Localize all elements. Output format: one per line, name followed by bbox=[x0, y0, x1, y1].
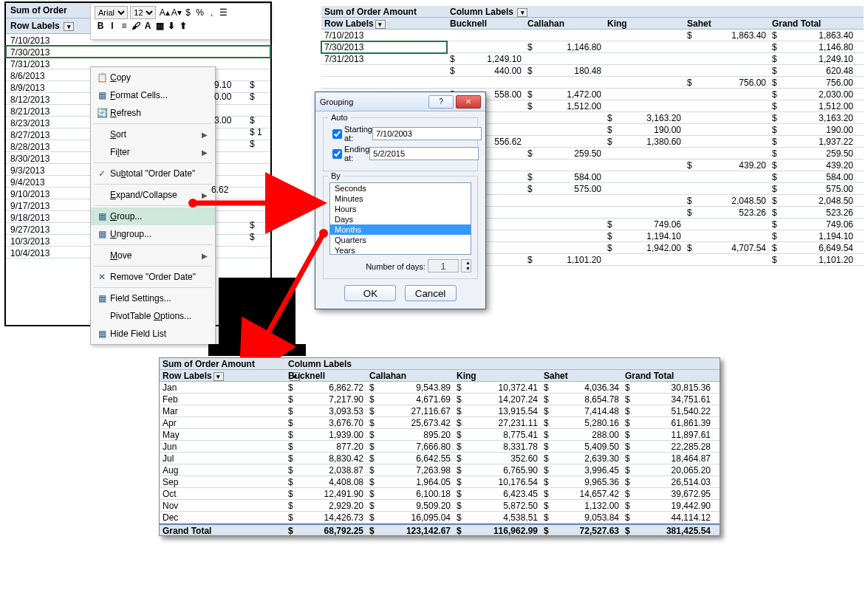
toolbar-icon[interactable]: ⬆ bbox=[177, 19, 189, 32]
context-menu[interactable]: 📋Copy▦Format Cells...🔄RefreshSort▶Filter… bbox=[90, 66, 216, 345]
filter-dropdown-icon[interactable]: ▾ bbox=[64, 22, 74, 31]
font-size-select[interactable]: 12 bbox=[130, 6, 156, 19]
grand-total-row: Grand Total68,792.25123,142.67116,962.99… bbox=[160, 524, 720, 535]
menu-item[interactable]: ▦Format Cells... bbox=[91, 86, 215, 104]
row-labels-header[interactable]: Row Labels▾ bbox=[321, 18, 447, 30]
mini-toolbar[interactable]: Arial 12 A▴A▾$%,☰ BI≡🖌A▦⬇⬆ bbox=[90, 3, 270, 40]
row-label bbox=[321, 65, 447, 77]
column-header[interactable]: Grand Total bbox=[769, 18, 856, 30]
help-button[interactable]: ? bbox=[428, 95, 454, 109]
sum-of-order-amount: Sum of Order Amount bbox=[321, 6, 447, 18]
menu-icon: ▦ bbox=[94, 293, 110, 303]
table-row[interactable]: Apr3,676.7025,673.4227,231.115,280.1661,… bbox=[160, 417, 720, 429]
starting-checkbox[interactable] bbox=[332, 129, 342, 139]
menu-item[interactable]: Sort▶ bbox=[91, 126, 215, 143]
toolbar-icon[interactable]: % bbox=[194, 6, 206, 19]
grand-total-cell: 72,527.63 bbox=[541, 525, 622, 537]
menu-item[interactable]: ▦Hide Field List bbox=[91, 325, 215, 343]
menu-item[interactable]: ✕Remove "Order Date" bbox=[91, 268, 215, 286]
grouping-dialog[interactable]: Grouping ? ✕ Auto Starting at: Ending at… bbox=[315, 92, 486, 309]
by-option[interactable]: Hours bbox=[330, 204, 471, 214]
by-listbox[interactable]: SecondsMinutesHoursDaysMonthsQuartersYea… bbox=[329, 182, 471, 255]
filter-dropdown-icon[interactable]: ▾ bbox=[213, 372, 224, 381]
toolbar-icon[interactable]: , bbox=[206, 6, 218, 19]
column-header[interactable]: Callahan bbox=[524, 18, 604, 30]
filter-dropdown-icon[interactable]: ▾ bbox=[375, 20, 386, 29]
table-row[interactable]: 756.00756.00 bbox=[321, 77, 864, 89]
toolbar-icon[interactable]: I bbox=[106, 19, 118, 32]
table-row[interactable]: Jul8,830.426,642.55352.602,639.3018,464.… bbox=[160, 453, 720, 464]
by-option[interactable]: Months bbox=[330, 224, 471, 235]
ending-input[interactable] bbox=[369, 147, 479, 160]
by-option[interactable]: Days bbox=[330, 214, 471, 224]
table-row[interactable]: Feb7,217.904,671.6914,207.248,654.7834,7… bbox=[160, 394, 720, 405]
toolbar-icon[interactable]: 🖌 bbox=[130, 19, 142, 32]
toolbar-icon[interactable]: A▾ bbox=[171, 6, 182, 19]
table-row[interactable]: Dec14,426.7316,095.044,538.519,053.8444,… bbox=[160, 512, 720, 524]
table-row[interactable]: 7/31/20131,249.101,249.10 bbox=[321, 53, 864, 65]
font-name-select[interactable]: Arial bbox=[95, 6, 128, 19]
column-header[interactable]: King bbox=[604, 18, 684, 30]
by-option[interactable]: Years bbox=[330, 245, 471, 255]
menu-label: PivotTable Options... bbox=[110, 311, 208, 321]
menu-item[interactable]: ✓Subtotal "Order Date" bbox=[91, 165, 215, 182]
table-row[interactable]: Nov2,929.209,509.205,872.501,132.0019,44… bbox=[160, 500, 720, 512]
table-row[interactable]: Jun877.207,666.808,331.785,409.5022,285.… bbox=[160, 441, 720, 453]
table-row[interactable]: May1,939.00895.208,775.41288.0011,897.61 bbox=[160, 429, 720, 441]
table-row[interactable]: 440.00180.48620.48 bbox=[321, 65, 864, 77]
menu-item[interactable]: PivotTable Options... bbox=[91, 307, 215, 325]
by-option[interactable]: Quarters bbox=[330, 235, 471, 245]
menu-label: Format Cells... bbox=[110, 90, 208, 100]
starting-input[interactable] bbox=[372, 127, 482, 140]
pivot-row[interactable]: 7/30/2013 bbox=[6, 46, 270, 58]
cell: 1,249.10 bbox=[447, 53, 524, 65]
toolbar-icon[interactable]: A bbox=[142, 19, 154, 32]
column-header[interactable]: Bucknell bbox=[285, 370, 366, 382]
toolbar-icon[interactable]: $ bbox=[182, 6, 194, 19]
table-row[interactable]: Jan6,862.729,543.8910,372.414,036.3430,8… bbox=[160, 382, 720, 394]
cancel-button[interactable]: Cancel bbox=[405, 285, 457, 301]
column-header[interactable]: Callahan bbox=[366, 370, 454, 382]
toolbar-icon[interactable]: ⬇ bbox=[165, 19, 177, 32]
cell: 180.48 bbox=[524, 65, 604, 77]
column-header[interactable]: Sahet bbox=[684, 18, 769, 30]
menu-item[interactable]: Move▶ bbox=[91, 247, 215, 264]
toolbar-icon[interactable]: ≡ bbox=[118, 19, 130, 32]
spinner-icon[interactable]: ▲▼ bbox=[461, 259, 471, 272]
ending-checkbox[interactable] bbox=[332, 149, 342, 159]
ok-button[interactable]: OK bbox=[344, 285, 396, 301]
cell: 5,409.50 bbox=[541, 441, 622, 453]
table-row[interactable]: 7/30/20131,146.801,146.80 bbox=[321, 41, 864, 53]
column-labels-header[interactable]: Column Labels ▾ bbox=[447, 6, 524, 18]
cell bbox=[524, 159, 604, 171]
menu-item[interactable]: 🔄Refresh bbox=[91, 104, 215, 122]
menu-item[interactable]: Expand/Collapse▶ bbox=[91, 186, 215, 204]
ndays-label: Number of days: bbox=[366, 262, 426, 271]
menu-item[interactable]: ▦Group... bbox=[91, 207, 215, 225]
by-option[interactable]: Minutes bbox=[330, 193, 471, 204]
column-header[interactable]: Bucknell bbox=[447, 18, 524, 30]
table-row[interactable]: Mar3,093.5327,116.6713,915.547,414.4851,… bbox=[160, 405, 720, 417]
column-header[interactable]: King bbox=[454, 370, 541, 382]
menu-item[interactable]: ▦Field Settings... bbox=[91, 289, 215, 307]
dialog-titlebar[interactable]: Grouping ? ✕ bbox=[315, 92, 485, 111]
menu-item[interactable]: ▦Ungroup... bbox=[91, 225, 215, 243]
submenu-arrow-icon: ▶ bbox=[202, 148, 208, 157]
table-row[interactable]: Sep4,408.081,964.0510,176.549,965.3626,5… bbox=[160, 476, 720, 488]
table-row[interactable]: Aug2,038.877,263.986,765.903,996.4520,06… bbox=[160, 464, 720, 476]
menu-item[interactable]: 📋Copy bbox=[91, 69, 215, 86]
separator bbox=[94, 266, 212, 267]
table-row[interactable]: 7/10/20131,863.401,863.40 bbox=[321, 30, 864, 41]
toolbar-icon[interactable]: ☰ bbox=[218, 6, 230, 19]
ndays-input[interactable] bbox=[428, 259, 459, 272]
toolbar-icon[interactable]: B bbox=[95, 19, 106, 32]
by-option[interactable]: Seconds bbox=[330, 183, 471, 193]
close-button[interactable]: ✕ bbox=[456, 95, 481, 109]
menu-item[interactable]: Filter▶ bbox=[91, 143, 215, 161]
column-header[interactable]: Sahet bbox=[541, 370, 622, 382]
table-row[interactable]: Oct12,491.906,100.186,423.4514,657.4239,… bbox=[160, 488, 720, 500]
toolbar-icon[interactable]: ▦ bbox=[154, 19, 165, 32]
toolbar-icon[interactable]: A▴ bbox=[159, 6, 171, 19]
row-labels-header[interactable]: Row Labels▾ bbox=[160, 370, 285, 382]
column-header[interactable]: Grand Total bbox=[622, 370, 714, 382]
